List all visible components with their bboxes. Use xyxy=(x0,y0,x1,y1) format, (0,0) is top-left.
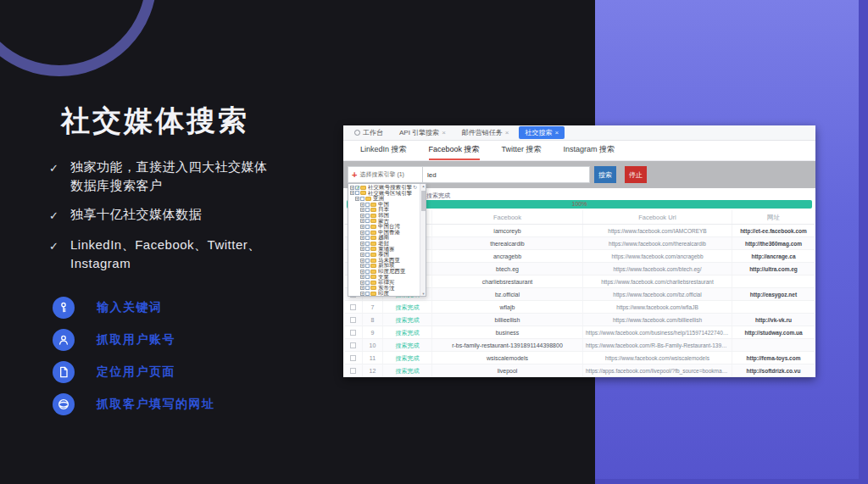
facebook-name-cell: ancragebb xyxy=(432,250,583,262)
website-cell: http://easygoz.net xyxy=(732,288,815,300)
feature-item-3: 定位用户页面 xyxy=(53,361,215,383)
row-checkbox[interactable] xyxy=(350,330,356,336)
expand-icon[interactable]: + xyxy=(360,236,364,240)
tree-item[interactable]: +中国台湾 xyxy=(348,224,419,230)
facebook-url-cell: https://www.facebook.com/charliebsrestau… xyxy=(583,275,732,287)
tree-checkbox[interactable] xyxy=(365,219,370,223)
tree-checkbox[interactable] xyxy=(365,214,370,218)
expand-icon[interactable]: + xyxy=(360,264,364,268)
expand-icon[interactable]: + xyxy=(350,191,354,195)
tree-item[interactable]: +亚洲 xyxy=(348,196,419,202)
tree-item[interactable]: +菲律宾 xyxy=(348,280,419,286)
tree-checkbox[interactable] xyxy=(365,203,370,207)
tree-item[interactable]: +印度 xyxy=(348,291,419,297)
expand-icon[interactable]: + xyxy=(360,225,364,229)
tree-checkbox[interactable] xyxy=(365,292,370,296)
tree-checkbox[interactable] xyxy=(365,270,370,274)
window-tab-label: 工作台 xyxy=(363,128,383,137)
nav-tab-2[interactable]: Facebook 搜索 xyxy=(429,144,480,160)
tree-item[interactable]: +蒙古 xyxy=(348,219,419,225)
website-cell: http://studway.com.ua xyxy=(732,326,815,338)
window-tab-2[interactable]: API 引擎搜索× xyxy=(393,126,452,139)
expand-icon[interactable]: + xyxy=(360,253,364,257)
folder-icon xyxy=(370,259,376,263)
nav-tab-3[interactable]: Twitter 搜索 xyxy=(502,144,542,160)
refresh-icon[interactable]: ↻ xyxy=(413,185,417,191)
tree-checkbox[interactable] xyxy=(365,259,370,263)
expand-icon[interactable]: + xyxy=(360,203,364,207)
scroll-down-icon[interactable]: ▼ xyxy=(420,292,426,296)
scroll-up-icon[interactable]: ▲ xyxy=(420,184,426,188)
expand-icon[interactable]: + xyxy=(360,219,364,223)
close-icon[interactable]: × xyxy=(554,129,559,136)
tree-item[interactable]: +东帝汶 xyxy=(348,286,419,292)
keyword-input[interactable] xyxy=(423,166,590,183)
tree-item[interactable]: +中国 xyxy=(348,202,419,208)
tree-item[interactable]: +泰国 xyxy=(348,252,419,258)
folder-icon xyxy=(370,242,376,246)
row-checkbox[interactable] xyxy=(350,304,356,310)
expand-icon[interactable]: + xyxy=(360,292,364,296)
tree-checkbox[interactable] xyxy=(365,253,370,257)
nav-tab-1[interactable]: LinkedIn 搜索 xyxy=(360,144,407,160)
row-checkbox[interactable] xyxy=(350,355,356,361)
expand-icon[interactable]: + xyxy=(350,186,354,190)
tree-item[interactable]: +新加坡 xyxy=(348,263,419,269)
tree-item[interactable]: +马来西亚 xyxy=(348,258,419,264)
tree-checkbox[interactable] xyxy=(365,236,370,240)
expand-icon[interactable]: + xyxy=(360,214,364,218)
nav-tab-4[interactable]: Instagram 搜索 xyxy=(564,144,615,160)
row-status-badge: 搜索完成 xyxy=(383,364,432,376)
scrollbar-thumb[interactable] xyxy=(421,191,426,211)
folder-icon xyxy=(370,225,376,229)
scrollbar[interactable]: ▲ ▼ xyxy=(420,184,426,296)
tree-item[interactable]: +韩国 xyxy=(348,213,419,219)
tree-checkbox[interactable] xyxy=(365,281,370,285)
stop-button[interactable]: 停止 xyxy=(625,166,647,183)
expand-icon[interactable]: + xyxy=(360,247,364,251)
expand-icon[interactable]: + xyxy=(360,286,364,290)
window-tab-3[interactable]: 邮件营销任务× xyxy=(456,126,515,139)
tree-checkbox[interactable] xyxy=(365,247,370,251)
tree-checkbox[interactable] xyxy=(365,242,370,246)
tree-item-label: 越南 xyxy=(378,235,389,241)
row-checkbox[interactable] xyxy=(350,342,356,348)
expand-icon[interactable]: + xyxy=(360,259,364,263)
tree-item[interactable]: +越南 xyxy=(348,235,419,241)
tree-item[interactable]: +柬埔寨 xyxy=(348,247,419,253)
close-icon[interactable]: × xyxy=(442,129,446,136)
tree-item[interactable]: +中国香港 xyxy=(348,230,419,236)
window-tab-4[interactable]: 社交搜索× xyxy=(519,126,565,139)
tree-checkbox[interactable] xyxy=(365,231,370,235)
tree-checkbox[interactable] xyxy=(365,275,370,279)
tree-item[interactable]: +日本 xyxy=(348,207,419,213)
tree-checkbox[interactable] xyxy=(365,264,370,268)
bottom-edge-strip xyxy=(595,479,868,484)
expand-icon[interactable]: + xyxy=(360,231,364,235)
table-header-cell-6: 网址 xyxy=(732,210,815,224)
row-checkbox[interactable] xyxy=(350,368,356,374)
window-tab-1[interactable]: 工作台 xyxy=(348,126,389,139)
tree-checkbox[interactable] xyxy=(360,197,364,201)
table-row: 8搜索完成billieellishhttps://www.facebook.co… xyxy=(344,314,815,326)
engine-selector[interactable]: + 选择搜索引擎 (1) xyxy=(348,166,423,183)
expand-icon[interactable]: + xyxy=(360,275,364,279)
expand-icon[interactable]: + xyxy=(360,281,364,285)
tree-item[interactable]: +老挝 xyxy=(348,241,419,247)
tree-checkbox[interactable] xyxy=(365,208,370,212)
tree-checkbox[interactable] xyxy=(355,186,359,190)
search-button[interactable]: 搜索 xyxy=(594,166,616,183)
expand-icon[interactable]: + xyxy=(360,208,364,212)
expand-icon[interactable]: + xyxy=(360,270,364,274)
tree-item[interactable]: +文莱 xyxy=(348,275,419,281)
tree-item[interactable]: +印度尼西亚 xyxy=(348,269,419,275)
tree-item[interactable]: +社交账号搜索引擎↻ xyxy=(348,185,419,191)
row-checkbox[interactable] xyxy=(350,317,356,323)
tree-item[interactable]: +社交账号区域引擎 xyxy=(348,191,419,197)
tree-checkbox[interactable] xyxy=(365,286,370,290)
tree-checkbox[interactable] xyxy=(365,225,370,229)
expand-icon[interactable]: + xyxy=(355,197,359,201)
tree-checkbox[interactable] xyxy=(355,191,359,195)
close-icon[interactable]: × xyxy=(505,129,509,136)
expand-icon[interactable]: + xyxy=(360,242,364,246)
